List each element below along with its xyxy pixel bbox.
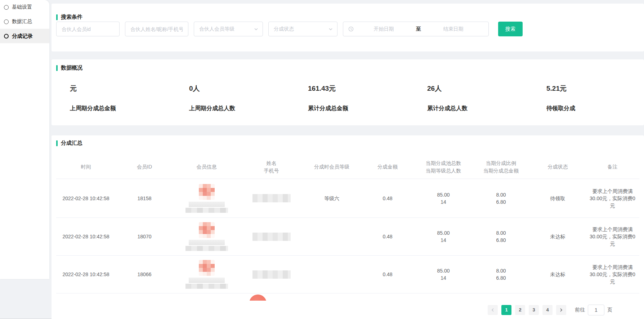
- cell-member-id: 18066: [116, 271, 173, 278]
- blurred-avatar: [199, 260, 215, 276]
- page-button-1[interactable]: 1: [501, 305, 511, 315]
- date-range-picker[interactable]: 开始日期 至 结束日期: [343, 22, 489, 36]
- cell-ratio: 8.006.80: [472, 229, 530, 244]
- goto-label: 前往: [575, 307, 585, 313]
- table-row: 2022-02-28 10:42:58 18158 等级六 0.48 85.00…: [56, 179, 639, 217]
- member-level-select[interactable]: 合伙人会员等级: [194, 22, 263, 36]
- header-name-phone: 姓名手机号: [240, 160, 303, 175]
- blurred-name: [252, 194, 291, 202]
- page-next-button[interactable]: [556, 305, 566, 315]
- header-remark: 备注: [586, 163, 639, 171]
- section-title-text: 搜索条件: [61, 14, 82, 21]
- cell-pool: 85.0014: [415, 229, 472, 244]
- section-marker: [56, 140, 58, 146]
- overview-card: 数据概况 元 上周期分成总金额 0人 上周期分成总人数 161.43元 累计分成…: [52, 59, 644, 125]
- cell-status: 未达标: [530, 271, 586, 278]
- cell-remark: 要求上个周消费满30.00元，实际消费0元: [586, 264, 639, 285]
- chevron-right-icon: [559, 308, 563, 312]
- page-suffix: 页: [607, 307, 612, 313]
- goto-page: 前往 页: [575, 305, 612, 315]
- section-title-text: 数据概况: [61, 64, 82, 71]
- cell-amount: 0.48: [361, 195, 415, 202]
- cell-member-info: [173, 222, 240, 251]
- row-divider: [56, 293, 639, 293]
- cell-remark: 要求上个周消费满30.00元，实际消费0元: [586, 188, 639, 209]
- overview-section-title: 数据概况: [56, 64, 82, 71]
- sidebar-item-basic-settings[interactable]: 基础设置: [0, 0, 49, 14]
- sidebar-item-label: 分成记录: [12, 33, 33, 40]
- stat-value: 26人: [427, 84, 442, 93]
- cell-pool: 85.0014: [415, 267, 472, 282]
- sidebar-item-data-summary[interactable]: 数据汇总: [0, 14, 49, 29]
- blurred-nickname: [185, 284, 228, 289]
- cell-status: 待领取: [530, 195, 586, 202]
- share-status-select[interactable]: 分成状态: [268, 22, 337, 36]
- blurred-avatar: [199, 184, 215, 200]
- sidebar: 基础设置 数据汇总 分成记录: [0, 0, 49, 279]
- cell-ratio: 8.006.80: [472, 191, 530, 206]
- pagination: 1 2 3 4 前往 页: [52, 301, 644, 319]
- radio-icon: [4, 34, 9, 39]
- header-member-info: 会员信息: [173, 163, 240, 171]
- stat-label: 待领取分成: [546, 105, 575, 112]
- sidebar-item-label: 基础设置: [12, 4, 32, 10]
- member-id-input[interactable]: [56, 22, 120, 36]
- cell-time: 2022-02-28 10:42:58: [56, 195, 116, 202]
- table-body: 2022-02-28 10:42:58 18158 等级六 0.48 85.00…: [52, 179, 644, 293]
- stat-label: 上周期分成总人数: [189, 105, 235, 112]
- cell-member-info: [173, 260, 240, 289]
- header-level: 分成时会员等级: [303, 163, 361, 171]
- page-button-3[interactable]: 3: [529, 305, 539, 315]
- table-section-title: 分成汇总: [56, 140, 82, 147]
- search-row: 合伙人会员等级 分成状态 开始日期 至 结束日期 搜索: [56, 22, 523, 36]
- cell-member-info: [173, 184, 240, 213]
- stat-label: 累计分成总金额: [308, 105, 348, 112]
- cell-member-id: 18158: [116, 195, 173, 202]
- cell-name-phone: [240, 270, 303, 279]
- stat-value: 161.43元: [308, 84, 336, 93]
- section-title-text: 分成汇总: [61, 140, 82, 147]
- blurred-avatar: [199, 222, 215, 238]
- blurred-name: [252, 270, 291, 279]
- cell-remark: 要求上个周消费满30.00元，实际消费0元: [586, 226, 639, 247]
- header-member-id: 会员ID: [116, 163, 173, 171]
- search-section-title: 搜索条件: [56, 14, 82, 21]
- cell-name-phone: [240, 233, 303, 241]
- table-row: 2022-02-28 10:42:58 18066 0.48 85.0014 8…: [56, 255, 639, 293]
- chevron-left-icon: [491, 308, 495, 312]
- header-time: 时间: [56, 163, 116, 171]
- page-prev-button[interactable]: [488, 305, 498, 315]
- cell-member-id: 18070: [116, 233, 173, 240]
- radio-icon: [4, 19, 9, 24]
- partner-name-input[interactable]: [125, 22, 188, 36]
- date-separator: 至: [414, 26, 423, 32]
- section-marker: [56, 14, 58, 20]
- stat-value: 5.21元: [546, 84, 567, 93]
- cell-amount: 0.48: [361, 233, 415, 240]
- header-ratio: 当期分成比例当期分成总金额: [472, 160, 530, 175]
- end-date-input[interactable]: 结束日期: [423, 26, 483, 32]
- page-button-2[interactable]: 2: [515, 305, 525, 315]
- share-summary-card: 分成汇总 时间 会员ID 会员信息 姓名手机号 分成时会员等级 分成金额 当期分…: [52, 135, 644, 319]
- header-status: 分成状态: [530, 163, 586, 171]
- cell-name-phone: [240, 194, 303, 202]
- cell-time: 2022-02-28 10:42:58: [56, 271, 116, 278]
- cell-amount: 0.48: [361, 271, 415, 278]
- blurred-nickname: [185, 208, 228, 213]
- search-button[interactable]: 搜索: [498, 22, 523, 36]
- cell-ratio: 8.006.80: [472, 267, 530, 282]
- page-button-4[interactable]: 4: [542, 305, 553, 315]
- select-placeholder: 分成状态: [274, 26, 294, 32]
- clock-icon: [348, 26, 354, 32]
- goto-page-input[interactable]: [588, 305, 604, 315]
- blurred-nickname: [185, 246, 228, 251]
- start-date-input[interactable]: 开始日期: [354, 26, 414, 32]
- radio-icon: [4, 5, 9, 10]
- cell-level: 等级六: [303, 195, 361, 202]
- search-card: 搜索条件 合伙人会员等级 分成状态 开始日期 至 结束日期 搜索: [52, 4, 644, 51]
- blurred-nickname: [189, 202, 225, 207]
- stat-label: 累计分成总人数: [427, 105, 468, 112]
- stat-value: 0人: [189, 84, 200, 93]
- section-marker: [56, 65, 58, 71]
- sidebar-item-share-records[interactable]: 分成记录: [0, 29, 49, 43]
